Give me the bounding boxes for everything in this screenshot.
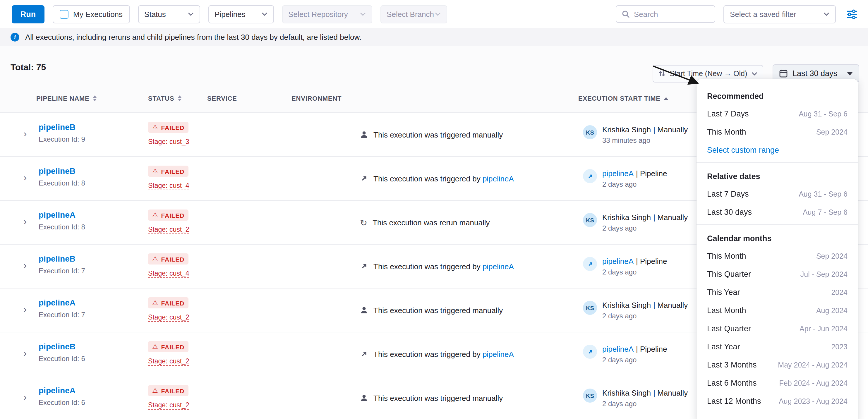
- rerun-icon: ↻: [360, 218, 367, 227]
- select-custom-range-link[interactable]: Select custom range: [707, 141, 847, 159]
- stage-link[interactable]: Stage: cust_3: [148, 138, 189, 146]
- menu-item-label: Last Year: [707, 342, 740, 351]
- trigger-pipeline-link[interactable]: pipelineA: [483, 262, 514, 271]
- trigger-info: This execution was triggered manually: [360, 376, 503, 419]
- menu-item-label: This Month: [707, 128, 746, 136]
- status-badge: ⚠FAILED: [148, 210, 188, 221]
- menu-item[interactable]: Last 6 Months Feb 2024 - Aug 2024: [707, 374, 847, 392]
- select-repository-dropdown[interactable]: Select Repository: [282, 5, 372, 23]
- expand-chevron-icon[interactable]: ›: [23, 392, 27, 402]
- pipeline-name-link[interactable]: pipelineA: [39, 210, 75, 220]
- sort-asc-icon[interactable]: [664, 97, 669, 100]
- pipeline-avatar-icon: [583, 257, 597, 271]
- execution-time: 2 days ago: [602, 312, 688, 320]
- filter-settings-icon[interactable]: [846, 9, 858, 19]
- status-badge: ⚠FAILED: [148, 122, 188, 133]
- status-label: FAILED: [161, 168, 185, 175]
- calendar-icon: [779, 69, 788, 78]
- warning-icon: ⚠: [152, 168, 158, 174]
- pipeline-name-link[interactable]: pipelineB: [39, 254, 75, 263]
- trigger-text: This execution was triggered by: [373, 262, 483, 271]
- trigger-text: This execution was triggered manually: [373, 130, 503, 139]
- select-branch-dropdown[interactable]: Select Branch: [380, 5, 447, 23]
- sort-both-icon[interactable]: [93, 95, 97, 101]
- pipeline-name-link[interactable]: pipelineB: [39, 342, 75, 351]
- trigger-info: This execution was triggered by pipeline…: [360, 245, 514, 288]
- menu-item[interactable]: Last 3 Months May 2024 - Aug 2024: [707, 356, 847, 374]
- menu-item[interactable]: This Month Sep 2024: [707, 123, 847, 141]
- saved-filter-dropdown[interactable]: Select a saved filter: [723, 5, 836, 23]
- menu-item-label: Last Month: [707, 306, 746, 315]
- stage-link[interactable]: Stage: cust_2: [148, 226, 189, 234]
- trigger-pipeline-link[interactable]: pipelineA: [483, 350, 514, 358]
- menu-item[interactable]: Last Quarter Apr - Jun 2024: [707, 320, 847, 337]
- menu-item-label: Last 7 Days: [707, 190, 749, 198]
- column-pipeline-name[interactable]: PIPELINE NAME: [36, 95, 97, 102]
- trigger-icon: [360, 174, 368, 183]
- expand-chevron-icon[interactable]: ›: [23, 348, 27, 358]
- trigger-pipeline-link[interactable]: pipelineA: [483, 174, 514, 183]
- sort-both-icon[interactable]: [178, 95, 181, 101]
- actor-name: Krishika Singh: [602, 213, 651, 222]
- my-executions-filter[interactable]: My Executions: [53, 5, 130, 23]
- expand-chevron-icon[interactable]: ›: [23, 304, 27, 314]
- run-button[interactable]: Run: [12, 5, 44, 23]
- actor-pipeline-link[interactable]: pipelineA: [602, 257, 633, 266]
- menu-item-value: Aug 2023 - Aug 2024: [779, 397, 847, 405]
- user-avatar: KS: [583, 213, 597, 227]
- stage-link[interactable]: Stage: cust_4: [148, 182, 189, 190]
- expand-chevron-icon[interactable]: ›: [23, 129, 27, 139]
- menu-item[interactable]: This Year 2024: [707, 283, 847, 301]
- column-execution-start-time[interactable]: EXECUTION START TIME: [578, 95, 669, 102]
- stage-link[interactable]: Stage: cust_2: [148, 314, 189, 322]
- execution-time: 33 minutes ago: [602, 136, 688, 144]
- info-icon: i: [10, 32, 19, 41]
- execution-start-cell: KS Krishika Singh| Manually 33 minutes a…: [583, 125, 688, 144]
- execution-start-cell: pipelineA| Pipeline 2 days ago: [583, 345, 667, 364]
- actor-pipeline-link[interactable]: pipelineA: [602, 345, 633, 353]
- menu-item-value: Aug 31 - Sep 6: [799, 190, 847, 198]
- menu-item-label: Last Quarter: [707, 324, 751, 333]
- trigger-text: This execution was triggered manually: [373, 306, 503, 315]
- column-status[interactable]: STATUS: [148, 95, 181, 102]
- status-badge: ⚠FAILED: [148, 341, 188, 352]
- pipeline-name-link[interactable]: pipelineA: [39, 298, 75, 307]
- pipelines-dropdown[interactable]: Pipelines: [208, 5, 274, 23]
- my-executions-checkbox[interactable]: [60, 10, 68, 19]
- execution-id: Execution Id: 8: [39, 223, 85, 231]
- pipeline-name-link[interactable]: pipelineB: [39, 122, 75, 132]
- person-icon: [360, 394, 368, 402]
- menu-item[interactable]: This Month Sep 2024: [707, 247, 847, 265]
- expand-chevron-icon[interactable]: ›: [23, 173, 27, 183]
- search-box[interactable]: [616, 5, 715, 23]
- stage-link[interactable]: Stage: cust_2: [148, 401, 189, 410]
- expand-chevron-icon[interactable]: ›: [23, 217, 27, 226]
- menu-item[interactable]: Last Month Aug 2024: [707, 301, 847, 320]
- status-badge: ⚠FAILED: [148, 253, 188, 264]
- menu-item-label: This Quarter: [707, 270, 751, 279]
- saved-filter-label: Select a saved filter: [730, 10, 796, 19]
- menu-item[interactable]: Last 30 days Aug 7 - Sep 6: [707, 203, 847, 221]
- trigger-text: This execution was rerun manually: [373, 218, 490, 227]
- menu-item[interactable]: Last 7 Days Aug 31 - Sep 6: [707, 185, 847, 203]
- menu-item[interactable]: This Quarter Jul - Sep 2024: [707, 265, 847, 283]
- search-input[interactable]: [634, 10, 705, 19]
- trigger-type: | Manually: [653, 389, 688, 397]
- trigger-type: | Pipeline: [636, 169, 667, 178]
- menu-item[interactable]: Last 7 Days Aug 31 - Sep 6: [707, 105, 847, 123]
- pipeline-name-link[interactable]: pipelineB: [39, 166, 75, 175]
- stage-link[interactable]: Stage: cust_2: [148, 358, 189, 366]
- status-badge: ⚠FAILED: [148, 166, 188, 177]
- column-label: ENVIRONMENT: [291, 95, 342, 102]
- menu-item[interactable]: Last Year 2023: [707, 337, 847, 356]
- menu-item[interactable]: Last 12 Months Aug 2023 - Aug 2024: [707, 392, 847, 410]
- status-dropdown[interactable]: Status: [138, 5, 200, 23]
- warning-icon: ⚠: [152, 124, 158, 130]
- trigger-type: | Manually: [653, 301, 688, 310]
- expand-chevron-icon[interactable]: ›: [23, 260, 27, 270]
- user-avatar: KS: [583, 301, 597, 315]
- pipeline-name-link[interactable]: pipelineA: [39, 386, 75, 395]
- actor-pipeline-link[interactable]: pipelineA: [602, 169, 633, 178]
- stage-link[interactable]: Stage: cust_4: [148, 270, 189, 278]
- execution-id: Execution Id: 7: [39, 267, 85, 275]
